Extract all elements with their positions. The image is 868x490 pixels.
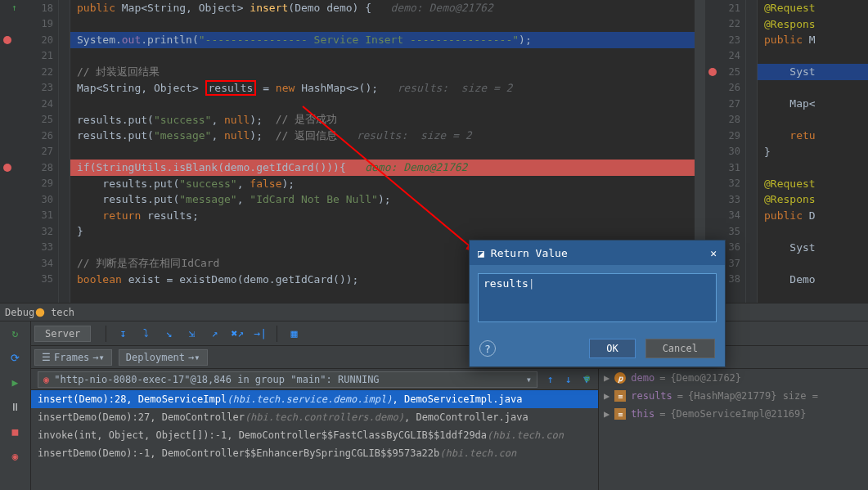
variables-panel: ⊕ ▶pdemo = {Demo@21762} ▶≡results = {Has… [598,369,868,490]
code-line[interactable]: results.put("success", false); [70,176,695,192]
step-out-icon[interactable]: ↗ [205,324,224,344]
dialog-title: Return Value [491,247,568,259]
bug-icon [34,307,46,318]
right-editor-pane: 21 22 23 24 25 26 27 28 29 30 31 32 33 3… [704,0,868,303]
step-over-icon[interactable]: ⤵ [136,324,155,344]
next-frame-icon[interactable]: ↓ [562,373,575,386]
breakpoint-hit-icon: ◉ [43,374,49,385]
chevron-down-icon: ▾ [526,374,532,385]
close-icon[interactable]: ✕ [710,247,717,259]
code-line[interactable] [70,48,695,65]
line-number: 37 [729,258,740,269]
code-line[interactable] [70,144,695,160]
server-tab[interactable]: Server [34,326,91,342]
field-icon: ≡ [614,408,626,420]
dialog-title-bar[interactable]: ◪ Return Value ✕ [470,241,725,265]
code-line[interactable]: // 封装返回结果 [70,64,695,80]
cancel-button[interactable]: Cancel [645,339,715,358]
deployment-tab[interactable]: Deployment →▾ [119,349,208,366]
run-config-name: tech [51,307,74,318]
line-number: 22 [729,18,740,29]
debug-toolwindow-bar[interactable]: Debug tech [0,303,868,321]
line-number: 21 [42,50,53,61]
frames-tab[interactable]: ☰ Frames →▾ [34,349,112,366]
line-number: 33 [729,194,740,205]
stop-button[interactable]: ■ [7,423,24,439]
pause-button[interactable]: ⏸ [7,398,24,415]
force-step-into-icon[interactable]: ⇲ [182,324,201,344]
line-number: 35 [42,273,53,285]
code-line[interactable] [70,16,695,33]
variable-row[interactable]: ▶pdemo = {Demo@21762} [599,369,868,387]
frame-row[interactable]: insertDemo(Demo):-1, DemoController$$Enh… [31,444,598,462]
code-line[interactable]: } [70,223,695,240]
code-area[interactable]: @Request @Respons public M Syst Map< ret… [758,0,868,303]
line-number: 22 [42,66,53,78]
resume-button[interactable]: ▶ [7,374,24,390]
evaluate-expression-icon[interactable]: ▦ [284,324,304,344]
expand-icon[interactable]: ▶ [604,408,609,420]
frame-row[interactable]: insertDemo(Demo):27, DemoController (hbi… [31,408,598,426]
breakpoint-icon[interactable] [3,164,11,172]
line-number: 34 [729,209,740,221]
run-to-cursor-icon[interactable]: →| [250,324,270,344]
frames-list[interactable]: insert(Demo):28, DemoServiceImpl (hbi.te… [31,390,598,490]
ok-button[interactable]: OK [589,339,635,358]
line-number: 23 [729,34,740,46]
code-line[interactable] [70,96,695,112]
code-line[interactable]: public Map<String, Object> insert(Demo d… [70,0,695,16]
expression-input[interactable]: results| [478,273,717,322]
rerun-button[interactable]: ↻ [7,325,24,341]
current-execution-line[interactable]: if(StringUtils.isBlank(demo.getIdCard())… [70,160,695,176]
add-watch-icon[interactable]: ⊕ [584,372,591,384]
line-number: 28 [729,114,740,125]
thread-selector[interactable]: ◉ "http-nio-8080-exec-17"@18,846 in grou… [38,371,537,388]
line-number: 24 [42,98,53,110]
help-button[interactable]: ? [479,340,496,357]
line-number: 27 [729,98,740,110]
line-number: 29 [42,178,53,189]
return-value-dialog: ◪ Return Value ✕ results| ? OK Cancel [469,240,726,367]
code-line[interactable]: results.put("message", "IdCard Not Be Nu… [70,191,695,208]
step-into-icon[interactable]: ↘ [159,324,178,344]
frame-row[interactable]: insert(Demo):28, DemoServiceImpl (hbi.te… [31,390,598,408]
variable-row[interactable]: ▶≡results = {HashMap@21779} size = [599,387,868,405]
prev-frame-icon[interactable]: ↑ [544,373,557,386]
editor-split: ↑18 19 20 21 22 23 24 25 26 27 28 29 30 … [0,0,868,303]
code-line[interactable]: results.put("success", null); // 是否成功 [70,112,695,128]
code-line[interactable]: results.put("message", null); // 返回信息 re… [70,128,695,144]
line-number: 34 [42,258,53,269]
line-number: 30 [42,194,53,205]
code-line[interactable]: Map<String, Object> results = new HashMa… [70,80,695,97]
breakpoint-icon[interactable] [708,68,717,76]
update-button[interactable]: ⟳ [7,349,24,366]
line-number: 30 [729,146,740,157]
line-number: 36 [729,241,740,253]
show-execution-point-icon[interactable]: ↧ [113,324,133,344]
expand-icon[interactable]: ▶ [604,390,609,402]
drop-frame-icon[interactable]: ✖↗ [227,324,247,344]
variable-row[interactable]: ▶≡this = {DemoServiceImpl@21169} [599,405,868,423]
line-number: 31 [729,162,740,173]
app-icon: ◪ [478,247,484,259]
parameter-icon: p [614,372,626,384]
code-line[interactable]: System.out.println("---------------- Ser… [70,32,695,48]
line-number: 32 [42,226,53,237]
debug-stepping-toolbar: Server ↧ ⤵ ↘ ⇲ ↗ ✖↗ →| ▦ [31,321,868,346]
debug-main: Server ↧ ⤵ ↘ ⇲ ↗ ✖↗ →| ▦ ☰ Frames →▾ Dep… [31,321,868,490]
view-breakpoints-button[interactable]: ◉ [7,447,24,464]
frame-row[interactable]: invoke(int, Object, Object[]):-1, DemoCo… [31,426,598,444]
line-number: 19 [42,18,53,29]
field-icon: ≡ [614,390,626,402]
breakpoint-icon[interactable] [3,36,11,44]
debug-label: Debug [5,307,34,318]
code-line[interactable]: return results; [70,208,695,224]
line-number: 26 [729,82,740,93]
expand-icon[interactable]: ▶ [604,372,609,384]
fold-column [746,0,758,303]
line-number: 31 [42,209,53,221]
line-number: 29 [729,130,740,142]
line-number: 25 [42,114,53,125]
debug-tabs-row: ☰ Frames →▾ Deployment →▾ [31,346,868,369]
line-number: 23 [42,82,53,93]
